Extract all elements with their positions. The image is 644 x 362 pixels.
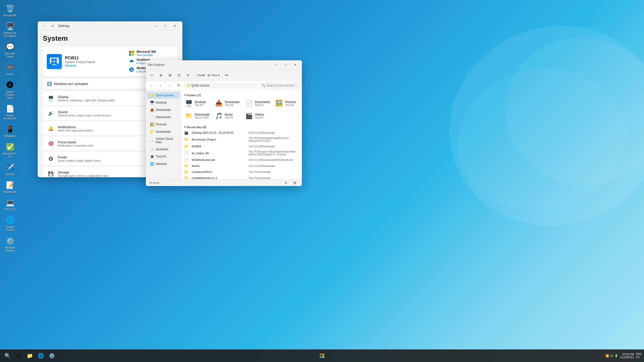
sidebar-item-downloads[interactable]: 📁Downloads: [147, 128, 180, 135]
explorer-toolbar: ✂ ⊕ ⊞ ⊡ ✕ ↕ Sort ▾ ⊞ View ▾ •••: [146, 69, 302, 81]
menu-button[interactable]: ≡: [49, 23, 56, 29]
desktop-icon-adobe-cc[interactable]: 🅐Adobe Creative Cloud: [1, 79, 19, 101]
focus-assist-icon: 🎯: [47, 140, 55, 148]
file-row-6[interactable]: 📁 CinebenchR23.2 This PC\Downloads: [183, 169, 300, 175]
folder-item-0[interactable]: 🖥️ Desktop This PC: [183, 98, 212, 109]
svg-rect-16: [322, 353, 324, 355]
explorer-minimize[interactable]: —: [272, 61, 281, 69]
nav-back[interactable]: ‹: [148, 82, 155, 89]
maximize-button[interactable]: □: [161, 22, 170, 30]
desktop-icon-whatsapp[interactable]: 📱WhatsApp: [1, 123, 19, 139]
folder-1-sub: This PC: [225, 104, 239, 107]
file-4-name: MSIAfterburner.dat: [192, 158, 249, 161]
file-row-2[interactable]: 📁 AIDA64 \\10.0.0.184\Downloads: [183, 143, 300, 149]
close-button[interactable]: ✕: [170, 22, 179, 30]
more-btn[interactable]: •••: [223, 71, 231, 79]
folder-item-2[interactable]: 📄 Documents This PC: [243, 98, 272, 109]
back-button[interactable]: ‹: [41, 23, 47, 29]
folder-item-5[interactable]: 🎵 Music This PC: [213, 110, 242, 121]
sidebar-item-network[interactable]: 🌐Network: [147, 160, 180, 167]
file-row-5[interactable]: 📁 Adobe \\10.0.0.184\Downloads: [183, 163, 300, 169]
svg-rect-12: [129, 54, 131, 56]
taskbar-fileexplorer[interactable]: 📁: [25, 351, 35, 361]
desktop-icon-windows-settings[interactable]: ⚙️Windows Settings: [1, 235, 19, 253]
desktop-icon-64gram[interactable]: ✈️64Gram: [1, 161, 19, 177]
grid-view-btn[interactable]: ⊞: [291, 179, 299, 186]
subtitle-editor-icon: 📝: [5, 180, 15, 190]
desktop-icon-adobe-acrobat[interactable]: 📄Adobe Acrobat DC: [1, 103, 19, 121]
sidebar-onedrive-icon: ☁️: [150, 147, 154, 151]
file-2-path: \\10.0.0.184\Downloads: [249, 145, 299, 148]
sidebar-network-icon: 🌐: [150, 162, 154, 166]
desktop-icon-subtitle-editor[interactable]: 📝Subtitle Edit: [1, 179, 19, 195]
list-view-btn[interactable]: ≡: [282, 179, 290, 186]
folder-item-4[interactable]: 📁 Downloads \\10.0.0.184\: [183, 110, 212, 121]
copy-btn[interactable]: ⊕: [157, 71, 165, 79]
rename-link[interactable]: Rename: [65, 64, 126, 67]
sidebar-item-onedrive[interactable]: ☁️OneDrive: [147, 146, 180, 153]
desktop-icon-google-chrome[interactable]: 🌐Google Chrome: [1, 214, 19, 233]
desktop-icon-cpu-z[interactable]: 💻CPU-Z 2.0: [1, 197, 19, 212]
view-btn[interactable]: ⊞ View ▾: [206, 72, 222, 78]
nav-forward[interactable]: ›: [157, 82, 164, 89]
page-title: System: [43, 34, 177, 42]
search-box[interactable]: 🔍 Search Quick access: [260, 82, 300, 89]
cut-btn[interactable]: ✂: [148, 71, 156, 79]
address-bar[interactable]: ⭐ Quick access: [184, 83, 258, 88]
nav-up[interactable]: ↑: [166, 82, 173, 89]
folders-section-header: ▾ Folders (7): [183, 92, 300, 98]
adobe-acrobat-icon: 📄: [5, 104, 15, 114]
paste-btn[interactable]: ⊞: [166, 71, 174, 79]
sidebar-item-active-cloud-files[interactable]: ☁️Active Cloud Files: [147, 135, 180, 146]
language-display: ENG US: [636, 353, 641, 359]
battery-icon[interactable]: 🔋: [615, 354, 618, 357]
google-chrome-label: Google Chrome: [2, 226, 18, 232]
folder-1-name: Downloads: [225, 100, 239, 104]
taskbar-search[interactable]: 🔍: [3, 351, 13, 361]
taskbar-left: 🔍 ⊡ 📁 🌐 ⚙️: [3, 351, 57, 361]
desktop-icon-steam[interactable]: 🎮Steam: [1, 61, 19, 77]
file-row-0[interactable]: 🎬 Desktop 2021.10.21 - 22.19.05.02 \\10.…: [183, 130, 300, 136]
taskbar-edge[interactable]: 🌐: [36, 351, 46, 361]
file-5-name: Adobe: [192, 164, 249, 167]
sidebar-item-pictures[interactable]: 🖼️Pictures: [147, 121, 180, 128]
status-text: 15 items: [149, 181, 159, 184]
desktop-icon-microsoft-todo[interactable]: ✅Microsoft To Do: [1, 141, 19, 159]
microsoft365-icon: [129, 50, 135, 56]
folder-5-icon: 🎵: [215, 112, 223, 119]
svg-rect-8: [51, 62, 54, 64]
speaker-icon[interactable]: 🔊: [610, 354, 614, 357]
desktop-icon-microsoft-teams[interactable]: 💬Microsoft Teams: [1, 41, 19, 59]
file-row-1[interactable]: 📁 Benchmark_Project This PC\Downloads\Pu…: [183, 136, 300, 143]
explorer-close[interactable]: ✕: [291, 61, 300, 69]
nav-refresh[interactable]: ↻: [175, 82, 182, 89]
taskbar-taskview[interactable]: ⊡: [14, 351, 24, 361]
notifications-icon: 🔔: [47, 124, 55, 132]
taskbar-settings[interactable]: ⚙️: [47, 351, 57, 361]
delete-btn[interactable]: ✕: [184, 71, 192, 79]
folders-grid: 🖥️ Desktop This PC 📥 Downloads This PC 📄…: [183, 98, 300, 121]
folder-item-6[interactable]: 🎬 Videos This PC: [243, 110, 272, 121]
folder-4-name: Downloads: [195, 113, 210, 116]
desktop-icon-recycle-bin[interactable]: 🗑️Recycle Bin: [1, 3, 19, 18]
sidebar-item-downloads[interactable]: 📥Downloads: [147, 106, 180, 113]
desktop-icon-display-link[interactable]: 🖥️DisplayLink Foundation: [1, 20, 19, 39]
sort-btn[interactable]: ↕ Sort ▾: [196, 71, 205, 79]
sidebar-item-desktop[interactable]: 🖥️Desktop: [147, 99, 180, 106]
windows-settings-icon: ⚙️: [5, 236, 15, 246]
folder-item-1[interactable]: 📥 Downloads This PC: [213, 98, 242, 109]
minimize-button[interactable]: —: [151, 22, 160, 30]
rename-btn[interactable]: ⊡: [175, 71, 183, 79]
taskbar-start[interactable]: [317, 351, 327, 361]
file-row-4[interactable]: 📄 MSIAfterburner.dat \\10.0.0.184\Downlo…: [183, 157, 300, 163]
sidebar-item-documents[interactable]: 📄Documents: [147, 114, 180, 121]
folder-item-3[interactable]: 🖼️ Pictures This PC: [273, 98, 300, 109]
sidebar-item-this-pc[interactable]: 💻This PC: [147, 153, 180, 160]
explorer-maximize[interactable]: □: [281, 61, 290, 69]
sidebar-item-quick-access[interactable]: ⭐Quick access: [147, 92, 180, 99]
file-row-3[interactable]: 📄 ae_bogus_file This PC\Program Files\Ad…: [183, 149, 300, 157]
taskbar-clock[interactable]: 10:50 PM 31/10/2021: [620, 353, 634, 359]
network-icon[interactable]: 📶: [606, 354, 609, 357]
sidebar-downloads-icon: 📥: [150, 108, 154, 112]
explorer-window: File Explorer — □ ✕ ✂ ⊕ ⊞ ⊡ ✕ ↕ Sort ▾ ⊞…: [146, 60, 302, 186]
